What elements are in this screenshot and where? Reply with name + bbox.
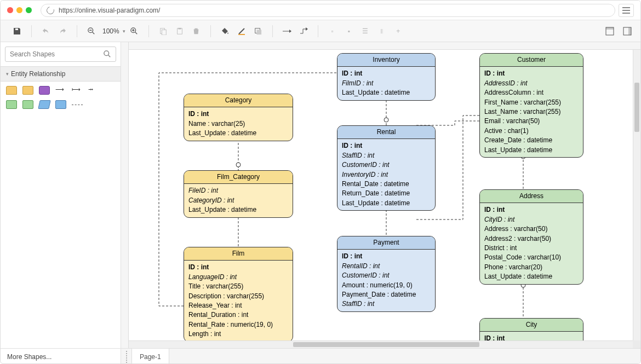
entity-rental[interactable]: Rental ID : intStaffID : intCustomerID :… xyxy=(337,125,436,211)
entity-attribute: Last_Name : varchar(255) xyxy=(484,107,579,117)
redo-button[interactable] xyxy=(55,24,70,39)
entity-attribute: RentalID : int xyxy=(342,262,431,271)
entity-attribute: Last_Update : datetime xyxy=(484,146,579,155)
search-icon[interactable] xyxy=(104,50,111,58)
shape-entity-alt[interactable] xyxy=(22,86,33,95)
entity-payment[interactable]: Payment ID : intRentalID : intCustomerID… xyxy=(337,236,436,312)
entity-attribute: Address : varchar(50) xyxy=(484,224,579,234)
browser-bar: https://online.visual-paradigm.com/ xyxy=(1,1,640,20)
zoom-dropdown-icon[interactable]: ▾ xyxy=(123,28,125,34)
format-panel-button[interactable] xyxy=(620,24,635,39)
to-front-button[interactable]: ▫ xyxy=(325,24,340,39)
main-area: Entity Relationship ⟶ ⟼ ⤞ xyxy=(1,42,640,348)
waypoint-button[interactable] xyxy=(296,24,311,39)
shape-line-3[interactable]: ⤞ xyxy=(88,86,99,95)
entity-attribute: Length : int xyxy=(188,330,288,339)
to-back-button[interactable]: ▪ xyxy=(341,24,357,39)
url-bar[interactable]: https://online.visual-paradigm.com/ xyxy=(41,4,615,17)
entity-attribute: District : int xyxy=(484,244,579,253)
shape-search[interactable] xyxy=(5,47,116,62)
connector-style-button[interactable] xyxy=(279,24,295,39)
minimize-window-icon[interactable] xyxy=(16,7,22,13)
entity-attribute: Active : char(1) xyxy=(484,126,579,136)
fill-color-button[interactable] xyxy=(218,24,233,39)
entity-attribute: Last_Update : datetime xyxy=(484,272,579,281)
svg-rect-8 xyxy=(162,30,166,35)
svg-point-23 xyxy=(384,118,388,122)
entity-attribute: ID : int xyxy=(484,334,579,340)
panel-entity-relationship[interactable]: Entity Relationship xyxy=(1,66,121,82)
entity-attribute: FilmID : int xyxy=(342,79,431,88)
delete-button[interactable] xyxy=(188,24,204,39)
page-tab-1[interactable]: Page-1 xyxy=(132,349,169,364)
entity-attribute: Rental_Duration : int xyxy=(188,310,288,320)
shape-line-2[interactable]: ⟼ xyxy=(72,86,83,95)
entity-attribute: Last_Update : datetime xyxy=(188,205,288,215)
shadow-button[interactable] xyxy=(250,24,266,39)
entity-attribute: Title : varchar(255) xyxy=(188,282,288,291)
svg-line-4 xyxy=(135,32,137,34)
window-controls xyxy=(7,7,32,13)
svg-line-20 xyxy=(108,55,111,57)
entity-attribute: CustomerID : int xyxy=(342,271,431,280)
entity-film[interactable]: Film ID : intLanguageID : intTitle : var… xyxy=(184,247,293,340)
maximize-window-icon[interactable] xyxy=(26,7,32,13)
entity-category[interactable]: Category ID : intName : varchar(25)Last_… xyxy=(184,94,293,141)
canvas[interactable]: Category ID : intName : varchar(25)Last_… xyxy=(121,42,640,348)
line-color-button[interactable] xyxy=(234,24,249,39)
entity-attribute: ID : int xyxy=(484,205,579,215)
shape-entity-green[interactable] xyxy=(6,100,17,109)
entity-film-category[interactable]: Film_Category FileID : intCategoryID : i… xyxy=(184,170,293,218)
entity-attribute: StaffID : int xyxy=(342,151,431,160)
entity-address[interactable]: Address ID : intCityID : intAddress : va… xyxy=(479,189,583,285)
entity-attribute: Name : varchar(25) xyxy=(188,119,288,129)
entity-attribute: CustomerID : int xyxy=(342,160,431,170)
entity-attribute: InventoryID : int xyxy=(342,170,431,180)
entity-attribute: Rental_Date : datetime xyxy=(342,180,431,189)
entity-attribute: Release_Year : int xyxy=(188,301,288,310)
shape-entity-yellow[interactable] xyxy=(6,86,17,95)
shape-entity-purple[interactable] xyxy=(39,86,50,95)
close-window-icon[interactable] xyxy=(7,7,13,13)
entity-inventory[interactable]: Inventory ID : intFilmID : intLast_Updat… xyxy=(337,53,436,101)
entity-attribute: Address2 : varchar(50) xyxy=(484,234,579,244)
undo-button[interactable] xyxy=(38,24,54,39)
search-input[interactable] xyxy=(10,50,104,58)
reload-icon[interactable] xyxy=(45,5,55,15)
distribute-button[interactable]: ⫴ xyxy=(374,24,390,39)
copy-button[interactable] xyxy=(156,24,171,39)
add-button[interactable]: + xyxy=(391,24,406,39)
svg-point-19 xyxy=(104,51,109,56)
entity-attribute: ID : int xyxy=(342,141,431,151)
shape-entity-blue[interactable] xyxy=(38,100,50,109)
entity-attribute: Payment_Date : datetime xyxy=(342,290,431,299)
entity-attribute: ID : int xyxy=(484,69,579,78)
horizontal-scrollbar[interactable] xyxy=(129,340,633,348)
entity-attribute: Create_Date : datetime xyxy=(484,136,579,145)
entity-attribute: FileID : int xyxy=(188,186,288,195)
align-button[interactable]: ☰ xyxy=(358,24,373,39)
entity-attribute: Last_Update : datetime xyxy=(342,88,431,97)
outline-panel-button[interactable] xyxy=(602,24,617,39)
save-button[interactable] xyxy=(9,24,25,39)
entity-body: ID : intName : varchar(25)Last_Update : … xyxy=(184,107,293,140)
entity-customer[interactable]: Customer ID : intAddressID : intAddressC… xyxy=(479,53,583,158)
zoom-in-button[interactable] xyxy=(127,24,142,39)
shape-entity-blue2[interactable] xyxy=(55,100,66,109)
menu-icon[interactable] xyxy=(619,4,634,17)
entity-attribute: Rental_Rate : numeric(19, 0) xyxy=(188,320,288,330)
shape-entity-green2[interactable] xyxy=(22,100,33,109)
entity-city[interactable]: City ID : int xyxy=(479,318,583,340)
svg-point-21 xyxy=(236,163,241,167)
paste-button[interactable] xyxy=(172,24,187,39)
entity-attribute: Phone : varchar(20) xyxy=(484,263,579,272)
more-shapes-button[interactable]: More Shapes... xyxy=(1,349,121,364)
vertical-scrollbar[interactable] xyxy=(633,50,640,340)
tab-drag-handle[interactable] xyxy=(121,349,132,364)
zoom-level[interactable]: 100% xyxy=(100,27,122,35)
zoom-out-button[interactable] xyxy=(84,24,99,39)
canvas-inner[interactable]: Category ID : intName : varchar(25)Last_… xyxy=(129,50,633,340)
shape-line-1[interactable]: ⟶ xyxy=(55,86,66,95)
shape-dashed-line[interactable] xyxy=(72,105,83,109)
svg-rect-16 xyxy=(606,27,614,30)
